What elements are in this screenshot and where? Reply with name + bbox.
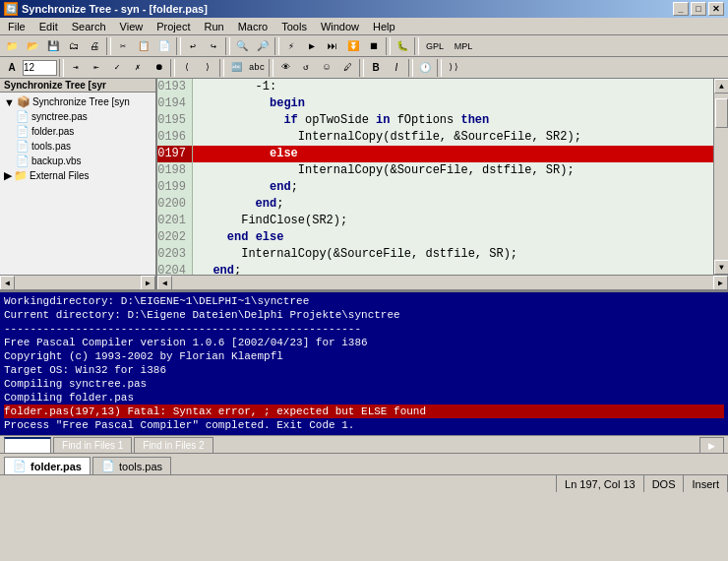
redo-button[interactable]: ↪ (204, 37, 223, 55)
print-button[interactable]: 🖨 (85, 37, 104, 55)
minimize-button[interactable]: _ (673, 2, 689, 16)
tree-root-icon: 📦 (17, 95, 30, 108)
menu-view[interactable]: View (114, 20, 150, 33)
open-button[interactable]: 📂 (23, 37, 42, 55)
code-line-0194[interactable]: 0194 begin (157, 95, 713, 112)
tree-item-tools[interactable]: 📄 tools.pas (2, 139, 153, 154)
tb2-uncomment-button[interactable]: ✗ (128, 59, 148, 77)
paste-button[interactable]: 📄 (154, 37, 174, 55)
hscroll-track[interactable] (172, 276, 713, 289)
vscroll-down-button[interactable]: ▼ (714, 260, 728, 275)
tb2-macro-button[interactable]: ⏺ (149, 59, 168, 77)
debug-button[interactable]: 🐛 (393, 37, 412, 55)
vscrollbar[interactable]: ▲ ▼ (713, 79, 728, 275)
code-line-0199[interactable]: 0199 end; (157, 179, 713, 196)
step-in-button[interactable]: ⏬ (343, 37, 363, 55)
menu-window[interactable]: Window (315, 20, 365, 33)
code-line-0202[interactable]: 0202 end else (157, 229, 713, 246)
tb2-btn8[interactable]: 🔤 (226, 59, 246, 77)
code-line-0193[interactable]: 0193 -1: (157, 79, 713, 95)
code-scroll-area[interactable]: 0193 -1:0194 begin0195 if opTwoSide in f… (157, 79, 713, 275)
hscroll-right-button[interactable]: ▶ (713, 276, 728, 289)
tb2-btn11[interactable]: ↺ (296, 59, 316, 77)
vscroll-track[interactable] (714, 94, 728, 260)
tb2-italic-button[interactable]: I (387, 59, 406, 77)
search-button[interactable]: 🔍 (232, 37, 252, 55)
save-all-button[interactable]: 🗂 (64, 37, 84, 55)
tree-root[interactable]: ▼ 📦 Synchronize Tree [syn (2, 94, 153, 109)
menu-search[interactable]: Search (66, 20, 112, 33)
gpl-button[interactable]: GPL (421, 37, 449, 55)
ftab-tools[interactable]: 📄 tools.pas (92, 457, 171, 474)
tab-find2[interactable]: Find in Files 2 (134, 437, 212, 453)
console-line: Workingdirectory: D:\EIGENE~1\DELPHI~1\s… (4, 294, 724, 308)
tb2-btn12[interactable]: ☺ (317, 59, 336, 77)
ftab-folder[interactable]: 📄 folder.pas (4, 457, 91, 474)
ftab-folder-icon: 📄 (13, 460, 27, 472)
tb2-btn7[interactable]: ⟩ (198, 59, 217, 77)
code-line-0200[interactable]: 0200 end; (157, 196, 713, 213)
line-content: end; (193, 196, 713, 213)
tb2-btn9[interactable]: abc (247, 59, 267, 77)
line-content: end; (193, 179, 713, 196)
tab-nav[interactable]: ▶ (699, 437, 724, 453)
tree-item-synctree[interactable]: 📄 synctree.pas (2, 109, 153, 124)
tb2-btn6[interactable]: ⟨ (177, 59, 197, 77)
code-line-0204[interactable]: 0204 end; (157, 263, 713, 275)
font-size-combo[interactable] (23, 60, 57, 76)
save-button[interactable]: 💾 (43, 37, 63, 55)
tree-scroll-left[interactable]: ◀ (0, 276, 15, 290)
menu-edit[interactable]: Edit (33, 20, 64, 33)
step-over-button[interactable]: ⏭ (323, 37, 342, 55)
code-editor[interactable]: 0193 -1:0194 begin0195 if opTwoSide in f… (157, 79, 728, 289)
code-line-0196[interactable]: 0196 InternalCopy(dstfile, &SourceFile, … (157, 129, 713, 146)
tb2-btn13[interactable]: 🖊 (337, 59, 357, 77)
tree-item-backup[interactable]: 📄 backup.vbs (2, 154, 153, 168)
toolbar-sep-6 (414, 37, 419, 55)
tb2-btn14[interactable]: ⟩⟩ (444, 59, 463, 77)
menu-tools[interactable]: Tools (275, 20, 313, 33)
tb2-btn1[interactable]: A (2, 59, 22, 77)
mpl-button[interactable]: MPL (450, 37, 477, 55)
line-number: 0197 (157, 146, 193, 162)
cut-button[interactable]: ✂ (113, 37, 133, 55)
menu-project[interactable]: Project (151, 20, 196, 33)
line-number: 0201 (157, 213, 193, 229)
tb2-unindent-button[interactable]: ⇤ (87, 59, 106, 77)
code-line-0203[interactable]: 0203 InternalCopy(&SourceFile, dstfile, … (157, 246, 713, 263)
code-line-0201[interactable]: 0201 FindClose(SR2); (157, 213, 713, 229)
menu-help[interactable]: Help (367, 20, 401, 33)
tab-output[interactable]: Output (4, 437, 51, 453)
vscroll-thumb[interactable] (715, 98, 728, 128)
replace-button[interactable]: 🔎 (253, 37, 273, 55)
new-button[interactable]: 📁 (2, 37, 22, 55)
menu-macro[interactable]: Macro (232, 20, 274, 33)
menu-file[interactable]: File (2, 20, 31, 33)
title-bar: 🔄 Synchronize Tree - syn - [folder.pas] … (0, 0, 728, 18)
stop-button[interactable]: ⏹ (364, 37, 384, 55)
code-line-0197[interactable]: 0197 else (157, 146, 713, 162)
close-button[interactable]: ✕ (708, 2, 724, 16)
tree-item-external[interactable]: ▶ 📁 External Files (2, 168, 153, 183)
run-button[interactable]: ▶ (302, 37, 322, 55)
code-line-0198[interactable]: 0198 InternalCopy(&SourceFile, dstfile, … (157, 162, 713, 179)
tb2-comment-button[interactable]: ✓ (107, 59, 127, 77)
compile-button[interactable]: ⚡ (281, 37, 301, 55)
window-controls[interactable]: _ □ ✕ (673, 2, 724, 16)
tb2-indent-button[interactable]: ⇥ (66, 59, 86, 77)
copy-button[interactable]: 📋 (134, 37, 153, 55)
line-content: else (193, 146, 713, 162)
maximize-button[interactable]: □ (691, 2, 706, 16)
menu-run[interactable]: Run (198, 20, 229, 33)
hscrollbar[interactable]: ◀ ▶ (157, 275, 728, 289)
hscroll-left-button[interactable]: ◀ (157, 276, 172, 289)
code-line-0195[interactable]: 0195 if opTwoSide in fOptions then (157, 112, 713, 129)
tb2-clock-button[interactable]: 🕐 (415, 59, 435, 77)
tb2-btn10[interactable]: 👁 (275, 59, 295, 77)
tree-item-folder[interactable]: 📄 folder.pas (2, 124, 153, 139)
tb2-bold-button[interactable]: B (366, 59, 386, 77)
vscroll-up-button[interactable]: ▲ (714, 79, 728, 94)
tree-scroll-right[interactable]: ▶ (141, 276, 155, 290)
tab-find1[interactable]: Find in Files 1 (53, 437, 132, 453)
undo-button[interactable]: ↩ (183, 37, 203, 55)
